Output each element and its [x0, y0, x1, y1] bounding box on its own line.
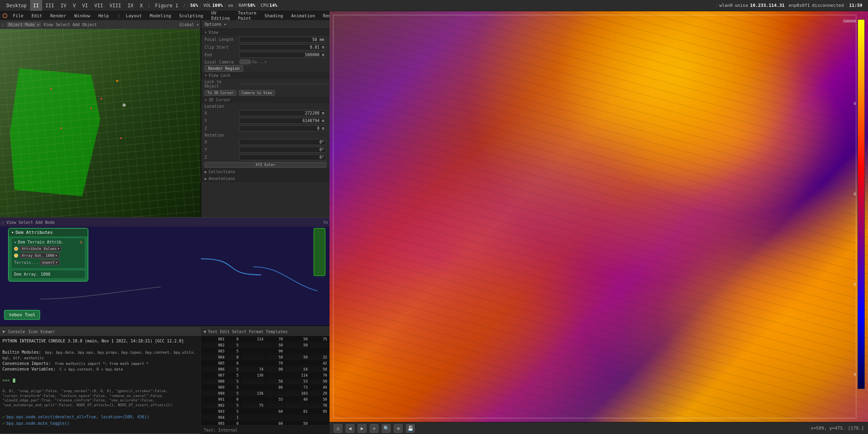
editor-shading[interactable]: Shading [262, 12, 285, 20]
view-section: ▾View [201, 29, 330, 36]
console-prompt-line[interactable]: >>> [2, 378, 199, 383]
zoom-status: 56% [187, 3, 201, 8]
table-row: 99257570 [202, 403, 329, 408]
workspace-VI[interactable]: VI [79, 0, 91, 11]
loc-y-row: Y 6140794 m [201, 117, 330, 125]
right-node-box[interactable] [313, 228, 326, 276]
attribute-values-dropdown[interactable]: Attribute Values ▾ [20, 246, 61, 252]
terrain-dropdown[interactable]: aspect ▾ [40, 260, 60, 265]
move-btn[interactable]: ✛ [370, 424, 379, 433]
terrain-row: Terrain... aspect ▾ [14, 260, 82, 265]
text-menu-format[interactable]: Format [249, 330, 263, 334]
console-cmd2-row: ✓ bpy.ops.node.mute_toggle() [2, 421, 199, 426]
menu-file[interactable]: File [10, 12, 26, 20]
editor-layout[interactable]: Layout [123, 12, 144, 20]
node-close-icon[interactable]: ⚙ [80, 240, 82, 244]
topbar-right: wlan0 unisa 10.233.114.31 enp8s0f1 disco… [717, 3, 865, 8]
console-body[interactable]: PYTHON INTERACTIVE CONSOLE 3.10.8 (main,… [0, 336, 201, 432]
menu-window[interactable]: Window [72, 12, 93, 20]
icon-viewer-tab[interactable]: Icon Viewer [28, 330, 55, 334]
menu-help[interactable]: Help [96, 12, 112, 20]
editor-modeling[interactable]: Modeling [147, 12, 174, 20]
console-expand-icon[interactable]: ▼ [2, 330, 5, 334]
local-camera-close[interactable]: ✕ [264, 60, 266, 64]
mode-selector[interactable]: Object Mode ▾ [6, 22, 41, 27]
workspace-II[interactable]: II [30, 0, 42, 11]
to-3d-cursor-row[interactable]: To 3D Cursor Camera to View [201, 89, 330, 96]
transform-mode[interactable]: Global ▾ [180, 23, 199, 27]
text-menu-templates[interactable]: Templates [266, 330, 287, 334]
save-btn[interactable]: 💾 [406, 424, 415, 433]
clip-end-row: End 500000 m [201, 51, 330, 59]
local-camera-row: Local Camera Ca... ✕ [201, 59, 330, 65]
node-select-btn[interactable]: Select [18, 220, 33, 225]
node-add-btn[interactable]: Add [35, 220, 43, 225]
rot-label-row: Rotation [201, 132, 330, 138]
workspace-III[interactable]: III [42, 0, 57, 11]
view-lock-section: ▾View Lock [201, 72, 330, 79]
dem-terrain-title-row: ▾ Dem Terrain Attrib. ⚙ [14, 240, 82, 244]
dem-array-sub: Dem Array. 1000 [11, 270, 85, 278]
console-tab[interactable]: Console [8, 330, 25, 334]
table-row: 98255050 [202, 343, 329, 348]
text-menu-text[interactable]: Text [208, 330, 217, 334]
table-row: 986574905450 [202, 367, 329, 372]
lock-object-input[interactable] [239, 83, 326, 85]
local-camera-cam: Ca... [252, 60, 263, 64]
editor-type-icon: ⬚ [2, 23, 4, 27]
zoom-btn[interactable]: 🔍 [382, 424, 391, 433]
console-statusbar: Select Pan View Node Context Menu [0, 432, 201, 434]
next-btn[interactable]: ▶ [358, 424, 366, 433]
table-row: 98507042 [202, 361, 329, 366]
euler-select[interactable]: XYZ Euler [205, 162, 326, 168]
text-internal-label: Text: Internal [201, 425, 330, 434]
list-btn[interactable]: ≡ [394, 424, 403, 433]
node-node-btn[interactable]: Node [45, 220, 55, 225]
dem-terrain-attrib[interactable]: ▾ Dem Terrain Attrib. ⚙ Attribute Values… [11, 238, 85, 268]
image-viewport[interactable]: 500000 0 0 0 0 [330, 11, 868, 422]
workspace-VIII[interactable]: VIII [106, 0, 125, 11]
table-row: 9810114705075 [202, 337, 329, 342]
bottom-area: ▼ Console Icon Viewer PYTHON INTERACTIVE… [0, 326, 330, 433]
add-menu-btn[interactable]: Add [73, 23, 80, 27]
scale-label-5: 0 [854, 373, 856, 377]
annotations-section[interactable]: ▶Annotations [201, 175, 330, 182]
menu-render[interactable]: Render [48, 12, 69, 20]
text-expand-icon[interactable]: ▼ [204, 330, 206, 334]
array-out-dropdown[interactable]: Array Out. 1000 ▾ [20, 253, 59, 258]
editor-sculpting[interactable]: Sculpting [177, 12, 206, 20]
separator1: | [146, 3, 152, 8]
select-menu-btn[interactable]: Select [55, 23, 70, 27]
view-menu-btn[interactable]: View [43, 23, 53, 27]
node-view-btn[interactable]: View [6, 220, 16, 225]
object-menu-btn[interactable]: Object [82, 23, 97, 27]
lock-object-row: Lock to Object [201, 79, 330, 89]
workspace-X[interactable]: X [137, 0, 146, 11]
prev-btn[interactable]: ◀ [346, 424, 354, 433]
local-camera-toggle[interactable] [239, 59, 251, 64]
editor-uv[interactable]: UV Editing [209, 12, 232, 20]
node-editor-icon: ⬚ [2, 220, 4, 225]
console-builtin: Builtin Modules: bpy, bpy.data, bpy.ops,… [2, 350, 199, 361]
attrib-dot [14, 247, 18, 251]
table-row: 9885565350 [202, 379, 329, 384]
workspace-V[interactable]: V [70, 0, 79, 11]
3d-viewport[interactable]: ⬚ Object Mode ▾ View Select Add Object G… [0, 20, 201, 217]
text-menu-edit[interactable]: Edit [220, 330, 229, 334]
workspace-IX[interactable]: IX [124, 0, 136, 11]
collections-section[interactable]: ▶Collections [201, 168, 330, 175]
workspace-IV[interactable]: IV [57, 0, 70, 11]
editor-texture[interactable]: Texture Paint [235, 12, 259, 20]
options-btn[interactable]: Options ▾ [205, 22, 226, 27]
node-editor[interactable]: ⬚ View Select Add Node Co tebox Tool ▾ D… [0, 217, 330, 326]
blender-logo-icon: ⬡ [2, 12, 7, 19]
editor-animation[interactable]: Animation [289, 12, 317, 20]
render-region-btn[interactable]: Render Region [201, 65, 330, 72]
menu-edit[interactable]: Edit [29, 12, 45, 20]
thermal-image: 500000 0 0 0 0 [330, 11, 868, 422]
workspace-VII[interactable]: VII [91, 0, 106, 11]
cmd1-check-icon: ✓ [2, 414, 5, 420]
text-menu-select[interactable]: Select [232, 330, 246, 334]
home-btn[interactable]: ⌂ [334, 424, 342, 433]
clock: 11:59 [846, 3, 865, 8]
